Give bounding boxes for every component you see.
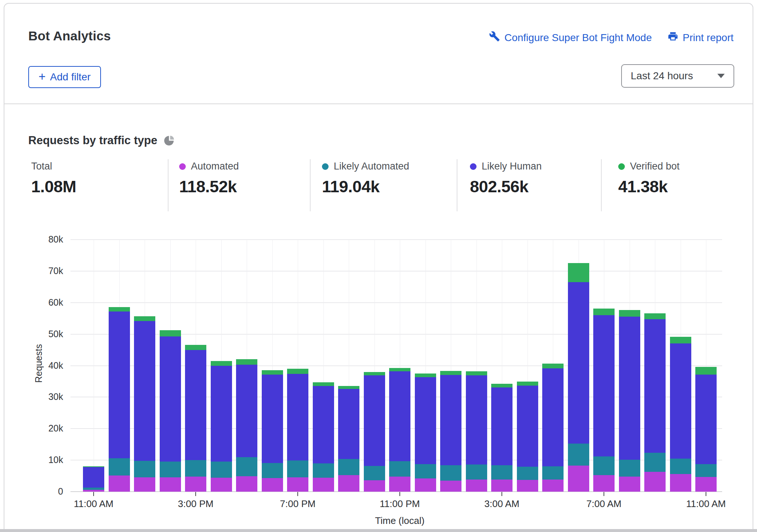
x-tick: [399, 492, 400, 496]
y-tick-label: 0: [10, 486, 63, 497]
stacked-bar[interactable]: [262, 370, 283, 492]
bar-segment-likely-automated: [134, 461, 155, 478]
stat-divider: [601, 159, 602, 211]
gridline: [70, 302, 722, 303]
stacked-bar[interactable]: [211, 361, 232, 492]
stacked-bar[interactable]: [389, 368, 410, 492]
stacked-bar[interactable]: [364, 372, 385, 492]
bar-segment-likely-automated: [389, 461, 410, 477]
bar-segment-likely-automated: [364, 466, 385, 480]
x-tick-label: 7:00 AM: [564, 498, 644, 510]
bar-segment-automated: [440, 481, 461, 492]
bar-segment-verified-bot: [491, 384, 512, 387]
wrench-icon: [489, 31, 500, 44]
bar-segment-likely-human: [466, 375, 487, 464]
stacked-bar[interactable]: [542, 364, 564, 492]
section-title: Requests by traffic type: [28, 134, 157, 147]
y-tick-label: 10k: [10, 455, 63, 465]
stacked-bar[interactable]: [593, 309, 615, 492]
bar-segment-automated: [364, 480, 385, 492]
bar-segment-likely-human: [287, 374, 308, 460]
stacked-bar[interactable]: [644, 313, 666, 492]
section-title-row: Requests by traffic type: [28, 134, 175, 147]
stat-column-total: Total1.08M: [31, 161, 76, 196]
stacked-bar[interactable]: [695, 367, 717, 492]
stat-label-row: Verified bot: [618, 161, 680, 172]
stacked-bar[interactable]: [160, 330, 181, 492]
bar-segment-likely-automated: [211, 462, 232, 478]
stacked-bar[interactable]: [415, 374, 436, 492]
stacked-bar[interactable]: [109, 307, 130, 492]
bar-segment-likely-automated: [542, 466, 564, 479]
x-tick: [195, 492, 196, 496]
bar-segment-likely-automated: [619, 460, 640, 477]
stacked-bar[interactable]: [236, 359, 257, 492]
bar-segment-likely-human: [134, 321, 155, 460]
stacked-bar[interactable]: [338, 386, 359, 492]
bar-segment-verified-bot: [619, 310, 640, 317]
stacked-bar[interactable]: [313, 382, 334, 492]
legend-dot: [470, 163, 477, 170]
bar-segment-likely-human: [236, 365, 257, 457]
header-divider: [4, 103, 753, 104]
stacked-bar[interactable]: [670, 337, 691, 492]
bar-segment-likely-human: [542, 368, 564, 466]
add-filter-button[interactable]: + Add filter: [28, 66, 101, 88]
stacked-bar[interactable]: [83, 466, 104, 492]
stacked-bar[interactable]: [568, 263, 589, 492]
bar-segment-automated: [695, 477, 717, 492]
bar-segment-likely-human: [364, 375, 385, 466]
stacked-bar[interactable]: [134, 316, 155, 492]
stacked-bar[interactable]: [185, 345, 206, 492]
bar-segment-likely-automated: [440, 465, 461, 481]
bar-segment-likely-automated: [466, 464, 487, 479]
bar-segment-likely-automated: [287, 460, 308, 477]
bar-segment-automated: [313, 478, 334, 492]
bar-segment-automated: [517, 480, 538, 492]
stacked-bar[interactable]: [287, 369, 308, 492]
configure-super-bot-fight-mode-link[interactable]: Configure Super Bot Fight Mode: [489, 31, 652, 44]
stat-label-row: Automated: [179, 161, 239, 172]
bar-segment-verified-bot: [185, 345, 206, 350]
stat-divider: [168, 159, 169, 211]
print-report-link[interactable]: Print report: [667, 31, 734, 44]
bar-segment-verified-bot: [389, 368, 410, 371]
bar-segment-automated: [389, 477, 410, 492]
bar-segment-verified-bot: [415, 374, 436, 377]
stacked-bar[interactable]: [466, 371, 487, 492]
bar-segment-automated: [619, 477, 640, 492]
pie-chart-icon: [164, 135, 175, 146]
x-tick-label: 3:00 AM: [461, 498, 542, 510]
page-title: Bot Analytics: [28, 29, 111, 43]
stat-label: Total: [31, 161, 52, 172]
time-range-value: Last 24 hours: [631, 70, 693, 82]
gridline: [94, 240, 94, 492]
bar-segment-automated: [415, 478, 436, 492]
stat-label-row: Likely Automated: [322, 161, 409, 172]
stacked-bar[interactable]: [491, 384, 512, 492]
bar-segment-likely-automated: [338, 459, 359, 475]
stat-label-row: Likely Human: [470, 161, 542, 172]
stacked-bar[interactable]: [619, 310, 640, 492]
x-axis-title: Time (local): [345, 515, 455, 526]
stat-divider: [457, 159, 457, 211]
stacked-bar[interactable]: [440, 371, 461, 492]
bar-segment-automated: [236, 476, 257, 492]
bar-segment-likely-automated: [695, 464, 717, 477]
bottom-divider: [0, 529, 757, 532]
bar-segment-likely-automated: [568, 444, 589, 466]
y-tick-label: 60k: [10, 297, 63, 308]
bar-segment-verified-bot: [364, 372, 385, 375]
add-filter-label: Add filter: [50, 71, 91, 83]
bar-segment-likely-automated: [593, 456, 615, 475]
bar-segment-verified-bot: [466, 371, 487, 375]
stat-column-automated: Automated118.52k: [179, 161, 239, 196]
stacked-bar[interactable]: [517, 382, 538, 492]
print-link-label: Print report: [683, 32, 734, 44]
bar-segment-likely-automated: [109, 458, 130, 475]
time-range-select[interactable]: Last 24 hours: [621, 64, 734, 88]
bar-segment-verified-bot: [313, 382, 334, 386]
y-tick-label: 80k: [10, 234, 63, 245]
bar-segment-automated: [568, 466, 589, 492]
bar-segment-likely-human: [517, 386, 538, 467]
